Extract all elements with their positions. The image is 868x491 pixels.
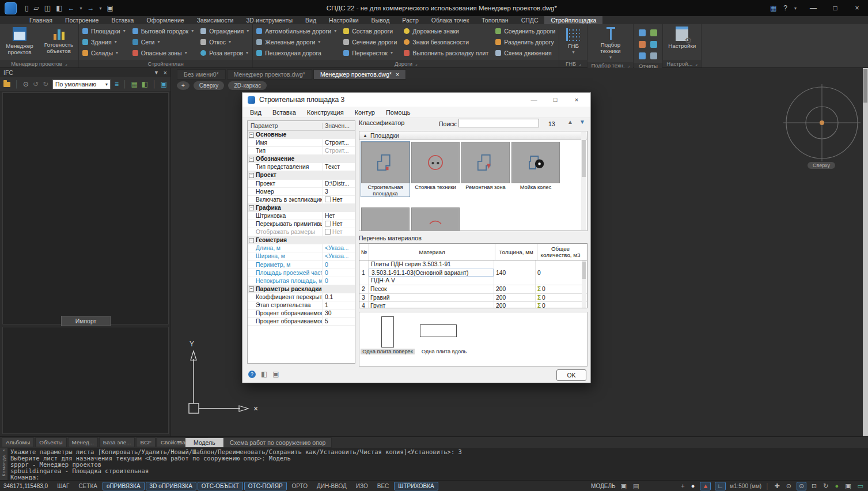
materials-scrollbar[interactable]	[582, 260, 586, 308]
dialog-launcher-icon[interactable]: ⌟	[65, 61, 67, 66]
close-command-icon[interactable]: ×	[2, 448, 5, 453]
ifc-tree-area[interactable]	[2, 92, 169, 324]
danger-zones-button[interactable]: Опасные зоны▾	[132, 48, 194, 58]
undo-caret-icon[interactable]: ▾	[80, 6, 82, 11]
split-road-button[interactable]: Разделить дорогу	[495, 37, 555, 47]
pan-icon[interactable]: ✚	[773, 482, 780, 490]
param-row[interactable]: Включать в экспликациюНет	[248, 196, 355, 204]
menu-construction[interactable]: Конструкция	[307, 109, 344, 116]
restore-button[interactable]: □	[824, 4, 846, 12]
ribbon-tab[interactable]: Оформление	[140, 16, 190, 24]
camp-button[interactable]: Бытовой городок▾	[132, 26, 194, 36]
ribbon-tab[interactable]: Топоплан	[475, 16, 514, 24]
navigation-compass[interactable]	[779, 82, 865, 169]
panel-tab[interactable]: Менед...	[68, 437, 98, 447]
param-group[interactable]: −Параметры раскладки	[248, 285, 355, 293]
menu-help[interactable]: Помощь	[386, 109, 411, 116]
collapse-icon[interactable]: −	[249, 205, 254, 210]
tech-selection-button[interactable]: Подбор техники ▾	[594, 26, 627, 61]
ribbon-tab[interactable]: Построение	[59, 16, 105, 24]
app-logo-icon[interactable]	[5, 2, 17, 14]
param-row[interactable]: Процент оборачиваемости 1, %30	[248, 309, 355, 318]
param-row[interactable]: Отображать размерыНет	[248, 228, 355, 236]
sheet-set-icon[interactable]: ▤	[632, 482, 640, 490]
toggle-hatch[interactable]: ШТРИХОВКА	[394, 482, 438, 490]
dialog-titlebar[interactable]: Строительная площадка 3 — □ ×	[242, 93, 590, 107]
ribbon-tab-active[interactable]: Стройплощадка	[544, 16, 602, 24]
new-file-icon[interactable]: ▯	[25, 4, 29, 12]
document-tab[interactable]: Без имени0*	[177, 69, 226, 80]
material-row[interactable]: 1 Плиты ПДН серия 3.503.1-91 3.503.1-91.…	[359, 260, 587, 285]
param-row[interactable]: Непокрытая площадь, м20	[248, 277, 355, 285]
open-file-icon[interactable]: ▱	[34, 4, 39, 12]
layout-tab-model[interactable]: Модель	[185, 438, 223, 447]
help-caret-icon[interactable]: ▾	[794, 6, 797, 11]
search-input[interactable]	[458, 119, 539, 127]
toggle-otrack-polar[interactable]: ОТС-ПОЛЯР	[244, 482, 287, 490]
param-row[interactable]: Периметр, м0	[248, 261, 355, 269]
dialog-launcher-icon[interactable]: ⌟	[628, 63, 630, 68]
param-row[interactable]: Номер3	[248, 188, 355, 196]
param-row[interactable]: Процент оборачиваемости 2, %5	[248, 318, 355, 326]
layout-menu-icon[interactable]: ≡	[177, 439, 181, 447]
redo-caret-icon[interactable]: ▾	[100, 6, 102, 11]
calculator-icon[interactable]: ▦	[770, 4, 776, 12]
param-row[interactable]: ИмяСтроит...	[248, 139, 355, 147]
param-group[interactable]: −Проект	[248, 171, 355, 179]
copy-table-icon[interactable]: ◧	[142, 80, 148, 88]
list-settings-icon[interactable]: ≡	[115, 80, 119, 88]
add-table-icon[interactable]: ▦	[131, 80, 137, 88]
lightbulb-icon[interactable]: ●	[690, 482, 696, 490]
next-result-icon[interactable]: ▼	[579, 119, 585, 125]
pedestrian-road-button[interactable]: Пешеходная дорога	[256, 48, 336, 58]
settings-button[interactable]: ⚙ Настройки	[667, 26, 697, 49]
collapse-icon[interactable]: −	[249, 157, 254, 162]
plate-layout-button[interactable]: Выполнить раскладку плит	[404, 48, 488, 58]
checkbox-icon[interactable]	[325, 221, 331, 226]
material-row[interactable]: 4 Грунт 200 Σ0	[359, 302, 587, 308]
plate-across-shape[interactable]	[381, 316, 394, 348]
undo-icon[interactable]: ←	[68, 4, 75, 12]
save-as-icon[interactable]: ◧	[56, 4, 62, 12]
toggle-snap-step[interactable]: ШАГ	[53, 482, 73, 490]
close-tab-icon[interactable]: ×	[396, 71, 399, 78]
open-folder-icon[interactable]	[3, 82, 10, 87]
road-signs-button[interactable]: Дорожные знаки	[404, 26, 488, 36]
quick-view-icon[interactable]: ▣	[620, 482, 628, 490]
dialog-launcher-icon[interactable]: ⌟	[579, 61, 581, 66]
param-row[interactable]: Этап строительства1	[248, 301, 355, 309]
dialog-minimize-button[interactable]: —	[525, 96, 543, 103]
param-row[interactable]: ПроектD:\Distr...	[248, 180, 355, 188]
classifier-item[interactable]	[411, 207, 460, 231]
dialog-close-button[interactable]: ×	[568, 96, 585, 103]
checkbox-icon[interactable]	[325, 197, 331, 202]
param-group[interactable]: −Обозначение	[248, 155, 355, 163]
ribbon-tab[interactable]: Вид	[299, 16, 323, 24]
warehouses-button[interactable]: Склады▾	[82, 48, 126, 58]
document-tab[interactable]: Менеджер проектов.dwg*	[227, 69, 312, 80]
collapse-icon[interactable]: −	[249, 173, 254, 178]
classifier-item[interactable]: Мойка колес	[511, 142, 560, 191]
param-row[interactable]: ШтриховкаНет	[248, 212, 355, 220]
dialog-settings-icon[interactable]: ◧	[261, 370, 267, 378]
plate-along-shape[interactable]	[420, 324, 457, 337]
orbit-icon[interactable]: ↻	[822, 482, 829, 490]
status-ok-icon[interactable]: ●	[834, 482, 840, 490]
railways-button[interactable]: Железные дороги▾	[256, 37, 336, 47]
prev-result-icon[interactable]: ▲	[567, 119, 573, 125]
param-row[interactable]: Площадь проезжей части, м20	[248, 269, 355, 277]
model-space-label[interactable]: МОДЕЛЬ	[591, 483, 615, 489]
traffic-scheme-button[interactable]: Схема движения	[495, 48, 555, 58]
zoom-window-icon[interactable]: ⊡	[810, 482, 818, 490]
import-button[interactable]: Импорт	[61, 316, 111, 326]
buildings-button[interactable]: Здания▾	[82, 37, 126, 47]
param-row[interactable]: Ширина, м<Указа...	[248, 252, 355, 260]
report-copy-icon[interactable]	[639, 52, 646, 59]
report-settings-icon[interactable]	[650, 52, 657, 59]
fences-button[interactable]: Ограждения▾	[200, 26, 249, 36]
networks-button[interactable]: Сети▾	[132, 37, 194, 47]
ifc-detail-area[interactable]	[2, 327, 169, 434]
ribbon-tab[interactable]: Вставка	[105, 16, 140, 24]
classifier-group-header[interactable]: ▲Площадки	[359, 131, 587, 140]
ribbon-tab[interactable]: 3D-инструменты	[240, 16, 299, 24]
